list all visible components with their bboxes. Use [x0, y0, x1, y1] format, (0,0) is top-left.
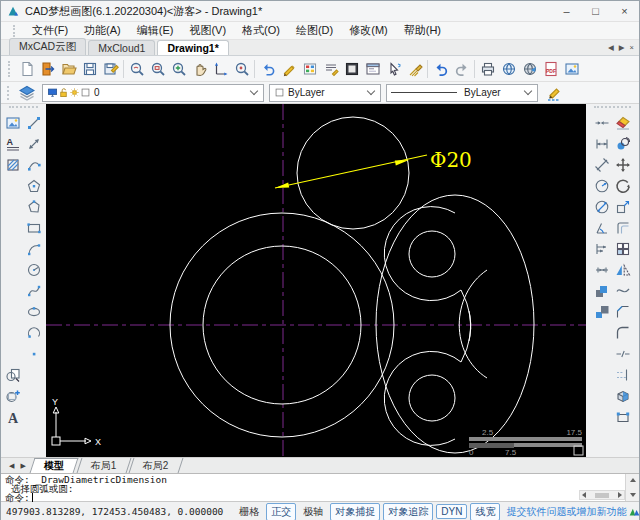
linetype-dropdown[interactable]: ByLayer [386, 84, 538, 102]
scale-down-button[interactable] [592, 301, 613, 322]
circle-entity-4[interactable] [409, 375, 455, 421]
trim-button[interactable] [613, 364, 634, 385]
zoom-extents-button[interactable] [168, 58, 189, 80]
menu-item-5[interactable]: 绘图(D) [288, 22, 341, 39]
arc-entity-1[interactable] [384, 311, 471, 445]
save-button[interactable] [79, 58, 100, 80]
maximize-button[interactable]: □ [581, 1, 610, 21]
draw-point-button[interactable] [24, 343, 45, 364]
menu-item-4[interactable]: 格式(O) [234, 22, 288, 39]
command-hscrollbar[interactable] [579, 490, 625, 500]
circle-entity-3[interactable] [409, 231, 455, 277]
dialog-window-button[interactable] [362, 58, 383, 80]
break-button[interactable] [613, 343, 634, 364]
draw-text-button[interactable]: A [3, 133, 24, 154]
undo-button[interactable] [430, 58, 451, 80]
web-share-button[interactable] [519, 58, 540, 80]
insert-block-button[interactable] [3, 364, 24, 385]
color-dropdown[interactable]: ByLayer [269, 84, 381, 102]
pan-button[interactable] [189, 58, 210, 80]
dim-angular-button[interactable] [592, 217, 613, 238]
tab-scroll-control-1[interactable]: ▶ [619, 43, 625, 52]
save-as-button[interactable] [100, 58, 121, 80]
arc-entity-0[interactable] [384, 207, 471, 341]
dim-rotated-button[interactable] [592, 154, 613, 175]
drawing-canvas[interactable]: Φ20YX2.517.507.5 [46, 104, 586, 457]
array-button[interactable] [613, 238, 634, 259]
scroll-right-icon[interactable] [618, 492, 622, 498]
clean-brush-button[interactable] [404, 58, 425, 80]
status-toggle-对象追踪[interactable]: 对象追踪 [383, 503, 433, 520]
cad-viewport[interactable]: Φ20YX2.517.507.5 [46, 104, 586, 457]
scale-up-button[interactable] [592, 280, 613, 301]
wave-line-button[interactable] [613, 280, 634, 301]
print-button[interactable] [477, 58, 498, 80]
chamfer-button[interactable] [613, 301, 634, 322]
draw-circle-button[interactable] [24, 259, 45, 280]
dim-linear-button[interactable] [592, 133, 613, 154]
menu-item-2[interactable]: 编辑(E) [129, 22, 182, 39]
feedback-link[interactable]: 提交软件问题或增加新功能 [506, 505, 626, 519]
status-toggle-DYN[interactable]: DYN [436, 504, 467, 519]
draw-arc-button[interactable] [24, 238, 45, 259]
draw-spline-button[interactable] [24, 280, 45, 301]
circle-entity-0[interactable] [297, 117, 409, 229]
document-tab-2[interactable]: Drawing1* [157, 40, 228, 55]
status-toggle-线宽[interactable]: 线宽 [470, 503, 500, 520]
zoom-dynamic-button[interactable] [126, 58, 147, 80]
draw-image-button[interactable] [3, 112, 24, 133]
menu-item-6[interactable]: 修改(M) [341, 22, 396, 39]
color-palette-button[interactable] [299, 58, 320, 80]
explode-button[interactable] [613, 385, 634, 406]
copy-button[interactable] [613, 133, 634, 154]
command-vscrollbar[interactable] [625, 474, 639, 501]
erase-button[interactable] [613, 112, 634, 133]
linetype-edit-button[interactable] [543, 82, 564, 104]
dim-tangent-button[interactable] [592, 112, 613, 133]
layout-tab-arrow-0[interactable]: ◀ [6, 458, 17, 473]
draw-arc-cse-button[interactable] [24, 322, 45, 343]
draw-polygon-button[interactable] [24, 196, 45, 217]
mirror-button[interactable] [613, 259, 634, 280]
status-toggle-极轴[interactable]: 极轴 [299, 504, 327, 520]
arc-entity-2[interactable] [459, 270, 487, 378]
quick-pencil-button[interactable] [278, 58, 299, 80]
open-drawing-button[interactable] [37, 58, 58, 80]
export-image-button[interactable] [561, 58, 582, 80]
dim-diameter-button[interactable] [592, 196, 613, 217]
status-toggle-栅格[interactable]: 栅格 [235, 504, 263, 520]
open-folder-button[interactable] [58, 58, 79, 80]
zoom-center-button[interactable] [231, 58, 252, 80]
fillet-button[interactable] [613, 322, 634, 343]
draw-ellipse-button[interactable] [24, 301, 45, 322]
draw-dline-button[interactable] [24, 133, 45, 154]
document-tab-0[interactable]: MxCAD云图 [9, 38, 86, 55]
select-objects-button[interactable] [383, 58, 404, 80]
layout-tab-模型[interactable]: 模型 [29, 458, 78, 473]
scroll-left-icon[interactable] [582, 492, 586, 498]
redo-button[interactable] [451, 58, 472, 80]
status-toggle-对象捕捉[interactable]: 对象捕捉 [330, 503, 380, 520]
zoom-window-button[interactable] [147, 58, 168, 80]
menu-item-0[interactable]: 文件(F) [24, 22, 76, 39]
layout-tab-布局2[interactable]: 布局2 [129, 458, 183, 473]
new-file-button[interactable] [16, 58, 37, 80]
scrollbar-thumb[interactable] [595, 493, 609, 498]
draw-bigtext-button[interactable]: A [3, 406, 24, 427]
document-tab-1[interactable]: MxCloud1 [88, 40, 155, 55]
dimension-line[interactable] [275, 155, 427, 188]
scroll-down-icon[interactable] [630, 493, 636, 497]
tab-scroll-control-2[interactable]: × [630, 43, 634, 52]
menu-item-1[interactable]: 功能(A) [76, 22, 129, 39]
pline-edit-button[interactable] [613, 406, 634, 427]
draw-rectangle-button[interactable] [24, 217, 45, 238]
canvas-grip[interactable] [574, 446, 583, 455]
layer-dropdown[interactable]: 0 [42, 84, 264, 102]
layer-manager-button[interactable] [16, 82, 37, 104]
command-window[interactable]: 命令: _DrawDiametricDimension 选择圆弧或圆:命令: [1, 473, 639, 501]
web-publish-button[interactable] [498, 58, 519, 80]
ellipse-entity-0[interactable] [376, 195, 534, 453]
move-button[interactable] [613, 154, 634, 175]
dim-radius-button[interactable] [592, 175, 613, 196]
layout-tab-arrow-1[interactable]: ▶ [17, 458, 28, 473]
